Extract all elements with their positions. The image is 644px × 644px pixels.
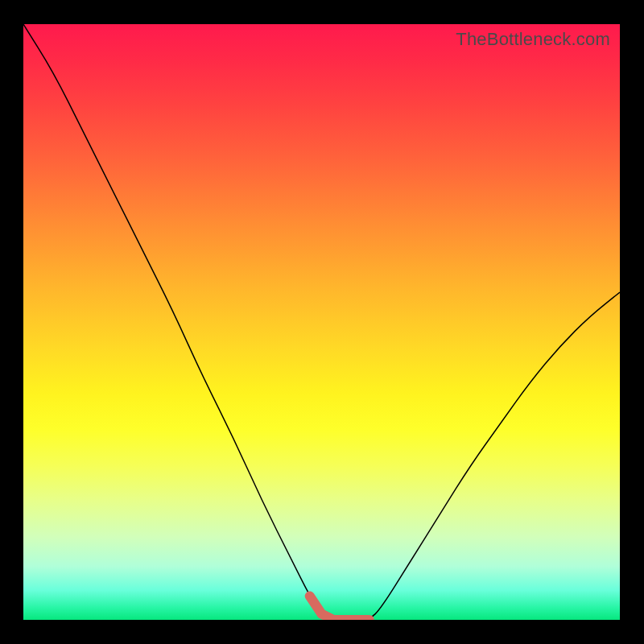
plot-area: TheBottleneck.com [23,24,620,620]
bottleneck-curve [23,24,620,620]
chart-svg [23,24,620,620]
optimal-range-highlight [310,596,369,620]
chart-frame: TheBottleneck.com [0,0,644,644]
